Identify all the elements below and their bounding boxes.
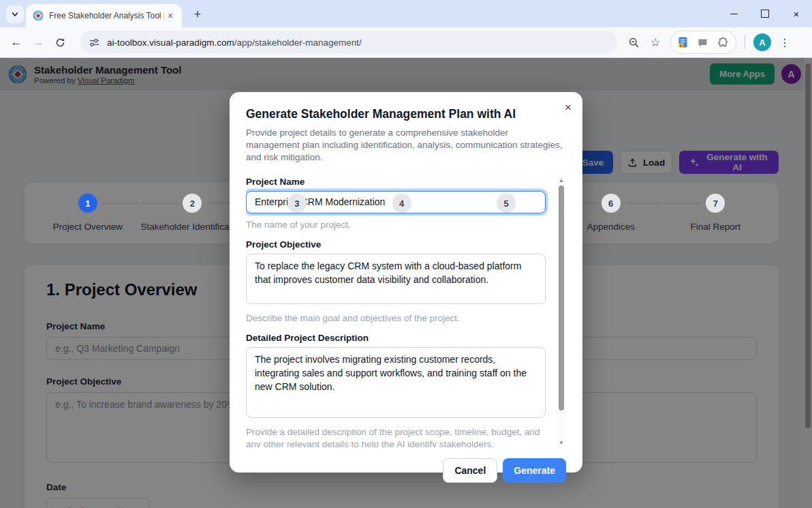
zoom-button[interactable] xyxy=(623,31,644,53)
zoom-out-icon xyxy=(628,37,640,48)
modal-title: Generate Stakeholder Management Plan wit… xyxy=(246,107,566,121)
new-tab-button[interactable]: + xyxy=(189,6,206,23)
modal-scrollbar-thumb[interactable] xyxy=(559,185,564,410)
modal-detailed-description-help: Provide a detailed description of the pr… xyxy=(246,426,546,447)
modal-project-name-help: The name of your project. xyxy=(246,219,546,231)
modal-description: Provide project details to generate a co… xyxy=(246,127,563,164)
window-close-button[interactable]: × xyxy=(781,0,812,27)
forward-button[interactable]: → xyxy=(27,31,49,53)
scroll-up-icon[interactable]: ▲ xyxy=(559,177,564,185)
site-info-icon[interactable] xyxy=(89,37,100,48)
address-bar[interactable]: ai-toolbox.visual-paradigm.com/app/stake… xyxy=(80,31,617,54)
reload-icon xyxy=(54,37,66,48)
modal-project-objective-textarea[interactable]: To replace the legacy CRM system with a … xyxy=(246,254,546,304)
modal-project-name-label: Project Name xyxy=(246,177,546,187)
favicon-icon xyxy=(33,10,44,21)
page-viewport: Stakeholder Management Tool Powered by V… xyxy=(0,58,812,508)
toolbar-separator xyxy=(745,35,745,49)
modal-scrollbar[interactable]: ▲ ▼ xyxy=(557,177,566,447)
extensions-pill xyxy=(670,31,736,54)
modal-project-objective-help: Describe the main goal and objectives of… xyxy=(246,312,546,325)
generate-plan-modal: × Generate Stakeholder Management Plan w… xyxy=(230,92,582,473)
browser-profile-avatar[interactable]: A xyxy=(753,33,771,51)
modal-detailed-description-label: Detailed Project Description xyxy=(246,333,546,343)
modal-body: Project Name The name of your project. P… xyxy=(246,177,566,447)
browser-window: Free Stakeholder Analysis Tool | × + × ←… xyxy=(0,0,812,508)
chevron-down-icon xyxy=(11,10,19,18)
bookmark-button[interactable]: ☆ xyxy=(644,31,666,53)
feedback-extension-icon[interactable] xyxy=(698,38,708,48)
tab-title: Free Stakeholder Analysis Tool | xyxy=(49,11,164,20)
browser-tab[interactable]: Free Stakeholder Analysis Tool | × xyxy=(26,4,182,27)
modal-footer: Cancel Generate xyxy=(246,458,566,483)
reload-button[interactable] xyxy=(49,31,71,53)
tab-search-button[interactable] xyxy=(6,5,24,23)
extensions-puzzle-icon[interactable] xyxy=(717,37,729,48)
url-text: ai-toolbox.visual-paradigm.com/app/stake… xyxy=(107,38,362,48)
modal-project-objective-label: Project Objective xyxy=(246,239,546,250)
tab-close-icon[interactable]: × xyxy=(164,10,176,22)
docs-extension-icon[interactable] xyxy=(678,37,688,48)
star-icon: ☆ xyxy=(650,35,660,50)
back-button[interactable]: ← xyxy=(5,31,27,53)
window-maximize-button[interactable] xyxy=(749,0,781,27)
modal-detailed-description-textarea[interactable]: The project involves migrating existing … xyxy=(246,347,546,418)
generate-button[interactable]: Generate xyxy=(503,458,566,483)
browser-toolbar: ← → ai-toolbox.visual-paradigm.com/app/s… xyxy=(0,27,812,58)
scroll-down-icon[interactable]: ▼ xyxy=(559,439,564,447)
window-minimize-button[interactable] xyxy=(718,0,749,27)
cancel-button[interactable]: Cancel xyxy=(443,458,497,483)
modal-close-icon[interactable]: × xyxy=(565,102,572,113)
browser-menu-button[interactable]: ⋮ xyxy=(775,36,794,49)
browser-titlebar: Free Stakeholder Analysis Tool | × + × xyxy=(0,0,812,27)
